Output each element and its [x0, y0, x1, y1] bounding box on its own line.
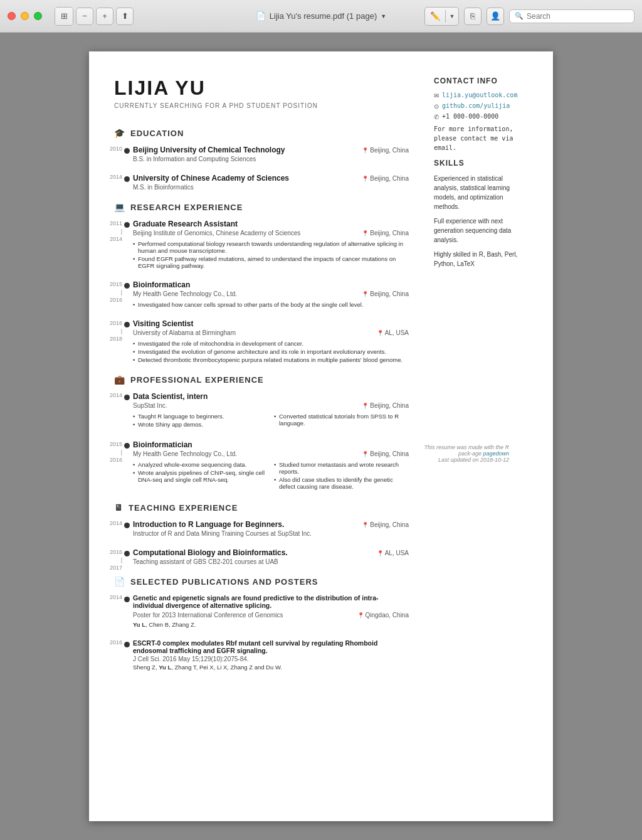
contact-note: For more information, please contact me …	[434, 124, 528, 152]
pen-group: ✏️ ▼	[424, 7, 459, 26]
list-item: Investigated how cancer cells spread to …	[133, 301, 409, 308]
list-item: Performed computational biology research…	[133, 240, 409, 254]
timeline-dot	[124, 322, 130, 327]
window-title-area: 📄 Lijia Yu's resume.pdf (1 page) ▼	[256, 11, 386, 21]
publications-header: 📄 SELECTED PUBLICATIONS AND POSTERS	[114, 577, 409, 587]
research-entry-3: 2016|2018 Visiting Scientist University …	[133, 319, 409, 363]
publications-section: 📄 SELECTED PUBLICATIONS AND POSTERS 2014	[114, 577, 409, 671]
education-header: 🎓 EDUCATION	[114, 128, 409, 138]
pro-org-2: My Health Gene Technology Co., Ltd.	[133, 450, 237, 457]
edu-year-1: 2010	[88, 146, 122, 153]
contact-title: CONTACT INFO	[434, 77, 528, 85]
resume-header: LIJIA YU CURRENTLY SEARCHING FOR A PHD S…	[114, 77, 409, 109]
person-button[interactable]: 👤	[487, 8, 504, 25]
pro-year-1: 2014	[88, 392, 122, 400]
timeline-dot	[124, 222, 130, 228]
professional-timeline: 2014 Data Scientist, intern SupStat Inc.…	[114, 392, 409, 491]
res-title-3: Visiting Scientist	[133, 319, 409, 328]
zoom-out-icon: −	[82, 11, 87, 21]
contact-github-item: ⊙ github.com/yulijia	[434, 102, 528, 110]
resume-subtitle: CURRENTLY SEARCHING FOR A PHD STUDENT PO…	[114, 102, 409, 109]
phone-icon: ✆	[434, 114, 439, 120]
pagedown-link[interactable]: pagedown	[483, 450, 509, 457]
zoom-in-button[interactable]: +	[96, 8, 113, 25]
list-item: Analyzed whole-exome sequencing data.	[133, 461, 268, 468]
footer-line2: Last updated on 2018-10-12	[438, 457, 509, 463]
chevron-down-icon: ▼	[381, 13, 386, 19]
edu-degree-1: B.S. in Information and Computing Scienc…	[133, 156, 409, 162]
skill-2: Full experience with next generation seq…	[434, 216, 528, 245]
traffic-lights	[8, 12, 42, 20]
contact-phone-item: ✆ +1 000-000-0000	[434, 113, 528, 120]
pro-loc-2: Beijing, China	[362, 450, 409, 457]
bullet-col-left: Taught R language to beginners. Wrote Sh…	[133, 410, 268, 429]
edu-loc-2: Beijing, China	[362, 175, 409, 182]
email-link[interactable]: lijia.yu@outlook.com	[442, 92, 517, 98]
professional-icon: 💼	[114, 375, 125, 385]
zoom-out-button[interactable]: −	[76, 8, 93, 25]
res-bullets-3: Investigated the role of mitochondria in…	[133, 340, 409, 363]
professional-section: 💼 PROFESSIONAL EXPERIENCE 2014 Data Scie…	[114, 375, 409, 491]
education-entry-1: 2010 Beijing University of Chemical Tech…	[133, 146, 409, 162]
res-org-2: My Health Gene Technology Co., Ltd.	[133, 290, 237, 297]
timeline-dot	[124, 597, 130, 602]
research-entry-1: 2011|2014 Graduate Research Assistant Be…	[133, 220, 409, 269]
research-timeline: 2011|2014 Graduate Research Assistant Be…	[114, 220, 409, 363]
phone-number: +1 000-000-0000	[442, 113, 498, 120]
teaching-entry-2: 2016|2017 Computational Biology and Bioi…	[133, 548, 409, 565]
bullet-col-left: Analyzed whole-exome sequencing data. Wr…	[133, 459, 268, 491]
resume-page: LIJIA YU CURRENTLY SEARCHING FOR A PHD S…	[89, 51, 553, 821]
education-timeline: 2010 Beijing University of Chemical Tech…	[114, 146, 409, 191]
res-bullets-2: Investigated how cancer cells spread to …	[133, 301, 409, 308]
pub-entry-2: 2016 ESCRT-0 complex modulates Rbf mutan…	[133, 639, 409, 671]
teach-loc-2: AL, USA	[377, 550, 409, 556]
bullet-list: Taught R language to beginners. Wrote Sh…	[133, 413, 268, 428]
skills-section: SKILLS Experienced in statistical analys…	[434, 159, 528, 268]
bullet-col-right: Converted statistical tutorials from SPS…	[274, 410, 409, 429]
education-section: 🎓 EDUCATION 2010 Beijing University of C…	[114, 128, 409, 191]
skills-title: SKILLS	[434, 159, 528, 167]
skill-3: Highly skilled in R, Bash, Perl, Python,…	[434, 250, 528, 268]
res-loc-2: Beijing, China	[362, 290, 409, 297]
skill-1: Experienced in statistical analysis, sta…	[434, 174, 528, 211]
teach-year-2: 2016|2017	[88, 548, 122, 572]
close-button[interactable]	[8, 12, 16, 20]
res-title-1: Graduate Research Assistant	[133, 220, 409, 228]
window-title: Lijia Yu's resume.pdf (1 page)	[270, 11, 377, 21]
list-item: Taught R language to beginners.	[133, 413, 268, 420]
teaching-timeline: 2014 Introduction to R Language for Begi…	[114, 520, 409, 565]
maximize-button[interactable]	[34, 12, 42, 20]
minimize-button[interactable]	[21, 12, 29, 20]
sidebar-toggle-button[interactable]: ⊞	[55, 8, 73, 25]
email-icon: ✉	[434, 92, 439, 99]
resume-name: LIJIA YU	[114, 77, 409, 100]
pub-subtitle-1: Poster for 2013 International Conference…	[133, 612, 283, 619]
publications-title: SELECTED PUBLICATIONS AND POSTERS	[130, 577, 318, 587]
pen-button[interactable]: ✏️	[425, 8, 445, 25]
research-icon: 💻	[114, 202, 125, 212]
res-year-2: 2015|2016	[88, 280, 122, 304]
bullet-col-right: Studied tumor metastasis and wrote resea…	[274, 459, 409, 491]
pro-year-2: 2015|2016	[88, 440, 122, 464]
pen-caret-button[interactable]: ▼	[446, 8, 458, 25]
research-title: RESEARCH EXPERIENCE	[130, 203, 243, 212]
list-item: Detected thrombotic thrombocytopenic pur…	[133, 356, 409, 363]
search-input[interactable]	[527, 12, 629, 21]
res-org-3: University of Alabama at Birmingham	[133, 329, 236, 336]
teaching-header: 🖥 TEACHING EXPERIENCE	[114, 502, 409, 513]
pub-loc-1: Qingdao, China	[357, 612, 409, 619]
pro-bullets-2: Analyzed whole-exome sequencing data. Wr…	[133, 459, 409, 491]
timeline-dot	[124, 443, 130, 449]
list-item: Wrote analysis pipelines of ChIP-seq, si…	[133, 469, 268, 483]
res-org-1: Beijing Institute of Genomics, Chinese A…	[133, 230, 300, 237]
list-item: Studied tumor metastasis and wrote resea…	[274, 461, 409, 475]
teach-title-1: Introduction to R Language for Beginners…	[133, 520, 284, 529]
edu-title-2: University of Chinese Academy of Science…	[133, 174, 289, 183]
share-button[interactable]: ⬆	[116, 8, 134, 25]
search-box[interactable]: 🔍	[509, 9, 634, 23]
copy-button[interactable]: ⎘	[464, 8, 482, 25]
edu-year-2: 2014	[88, 174, 122, 181]
pro-title-2: Bioinformatician	[133, 440, 409, 449]
teach-org-1: Instructor of R and Data Mining Training…	[133, 530, 409, 537]
res-loc-1: Beijing, China	[362, 230, 409, 237]
